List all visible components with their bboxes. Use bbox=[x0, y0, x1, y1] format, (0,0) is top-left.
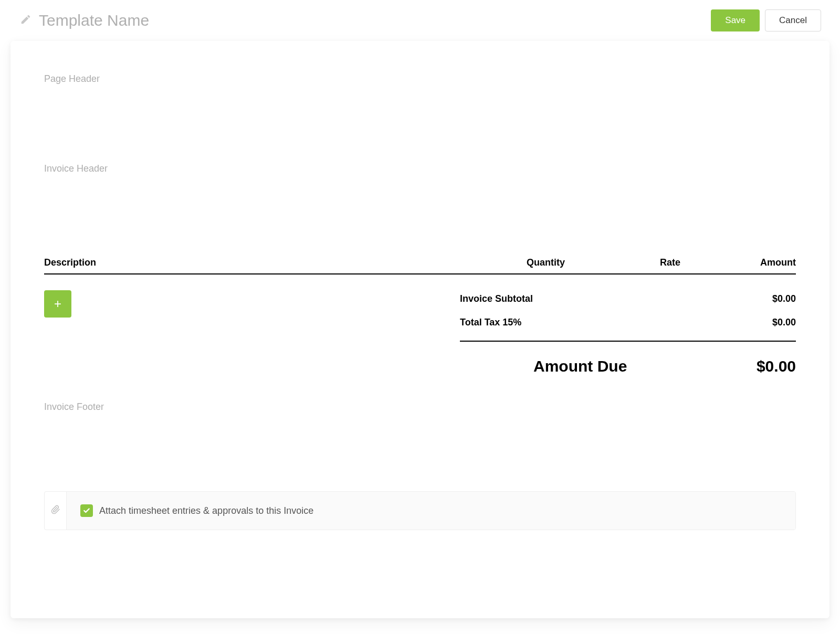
amount-due-label: Amount Due bbox=[460, 357, 627, 375]
tax-label: Total Tax 15% bbox=[460, 317, 521, 328]
col-quantity: Quantity bbox=[470, 257, 565, 268]
totals-section: Invoice Subtotal $0.00 Total Tax 15% $0.… bbox=[460, 290, 796, 375]
add-line-item-button[interactable]: + bbox=[44, 290, 71, 318]
attach-checkbox[interactable] bbox=[80, 504, 93, 517]
page-header-input[interactable] bbox=[44, 73, 796, 84]
title-bar: Save Cancel bbox=[10, 5, 830, 41]
pencil-icon bbox=[20, 14, 32, 27]
line-items-header: Description Quantity Rate Amount bbox=[44, 257, 796, 274]
attach-label: Attach timesheet entries & approvals to … bbox=[99, 505, 313, 516]
subtotal-label: Invoice Subtotal bbox=[460, 293, 533, 304]
plus-icon: + bbox=[54, 297, 61, 311]
col-rate: Rate bbox=[565, 257, 680, 268]
subtotal-value: $0.00 bbox=[772, 293, 796, 304]
save-button[interactable]: Save bbox=[711, 9, 760, 31]
tax-value: $0.00 bbox=[772, 317, 796, 328]
check-icon bbox=[83, 507, 90, 514]
invoice-header-input[interactable] bbox=[44, 163, 796, 174]
cancel-button[interactable]: Cancel bbox=[765, 9, 821, 31]
paperclip-icon bbox=[51, 504, 60, 517]
invoice-document: Description Quantity Rate Amount + Invoi… bbox=[10, 41, 830, 618]
template-name-input[interactable] bbox=[39, 12, 406, 29]
invoice-footer-input[interactable] bbox=[44, 401, 796, 413]
amount-due-value: $0.00 bbox=[757, 357, 796, 375]
col-amount: Amount bbox=[680, 257, 796, 268]
col-description: Description bbox=[44, 257, 470, 268]
attach-row: Attach timesheet entries & approvals to … bbox=[44, 491, 796, 530]
